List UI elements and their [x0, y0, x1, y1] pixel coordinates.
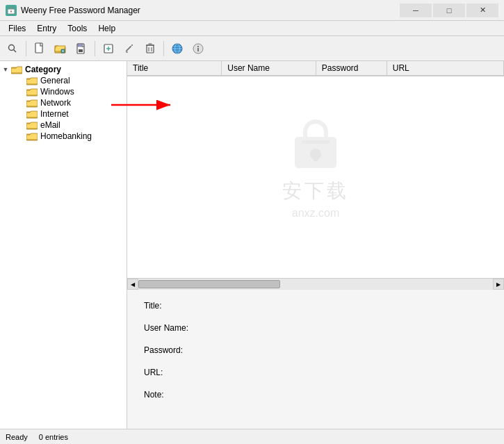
scroll-track[interactable] [138, 279, 493, 290]
title-bar-buttons: ─ □ ✕ [400, 3, 498, 17]
status-entries: 0 entries [39, 433, 68, 441]
search-button[interactable] [3, 39, 22, 58]
maximize-button[interactable]: □ [433, 3, 465, 17]
svg-rect-36 [295, 137, 336, 168]
detail-url-label: URL: [144, 368, 200, 377]
item-homebanking-label: Homebanking [40, 131, 92, 141]
globe-button[interactable] [168, 39, 187, 58]
spacer-3 [17, 99, 25, 107]
detail-note-label: Note: [144, 390, 200, 400]
detail-password-label: Password: [144, 345, 200, 355]
status-ready: Ready [6, 433, 28, 441]
save-button[interactable] [72, 39, 91, 58]
detail-username-label: User Name: [144, 323, 200, 333]
menu-entry[interactable]: Entry [31, 22, 62, 35]
status-bar: Ready 0 entries [0, 429, 504, 444]
info-button[interactable] [188, 39, 208, 58]
detail-row-title: Title: [144, 301, 487, 311]
menu-bar: Files Entry Tools Help [0, 21, 504, 36]
close-button[interactable]: ✕ [466, 3, 498, 17]
separator-1 [26, 41, 26, 56]
col-url[interactable]: URL [387, 61, 503, 76]
col-username[interactable]: User Name [222, 61, 316, 76]
sidebar-item-category[interactable]: ▼ Category [0, 64, 127, 75]
folder-icon-email [26, 120, 38, 130]
open-button[interactable] [51, 39, 70, 58]
expand-icon[interactable]: ▼ [1, 65, 10, 74]
detail-row-note: Note: [144, 390, 487, 400]
sidebar-item-email[interactable]: eMail [0, 120, 127, 131]
svg-rect-38 [314, 154, 318, 161]
item-windows-label: Windows [40, 87, 74, 97]
detail-title-label: Title: [144, 301, 200, 311]
spacer-5 [17, 121, 25, 129]
folder-icon-windows [26, 87, 38, 97]
svg-line-3 [14, 49, 17, 52]
scroll-right-button[interactable]: ▶ [493, 279, 504, 290]
folder-icon-homebanking [26, 131, 38, 141]
svg-point-25 [197, 46, 199, 47]
category-label: Category [25, 65, 61, 74]
svg-point-37 [310, 149, 321, 160]
col-title[interactable]: Title [127, 61, 222, 76]
scroll-thumb[interactable] [138, 280, 280, 288]
spacer-4 [17, 110, 25, 118]
scroll-left-button[interactable]: ◀ [127, 279, 138, 290]
data-table: Title User Name Password URL [127, 61, 504, 76]
folder-icon-network [26, 98, 38, 108]
window-title: Weeny Free Password Manager [21, 6, 400, 15]
minimize-button[interactable]: ─ [400, 3, 432, 17]
item-internet-label: Internet [40, 109, 69, 119]
svg-point-2 [9, 44, 15, 50]
watermark-cn: 安下载 [282, 178, 349, 204]
toolbar [0, 36, 504, 61]
item-general-label: General [40, 76, 70, 85]
new-file-button[interactable] [30, 39, 49, 58]
spacer-1 [17, 76, 25, 85]
folder-icon-internet [26, 109, 38, 119]
sidebar-item-general[interactable]: General [0, 75, 127, 86]
table-area[interactable]: Title User Name Password URL [127, 61, 504, 279]
sidebar: ▼ Category General [0, 61, 127, 429]
sidebar-item-internet[interactable]: Internet [0, 108, 127, 120]
folder-icon-general [26, 76, 38, 85]
svg-rect-10 [78, 44, 83, 47]
svg-rect-9 [79, 49, 83, 52]
spacer-6 [17, 132, 25, 140]
watermark-en: anxz.com [292, 207, 339, 220]
svg-point-1 [10, 10, 12, 12]
detail-row-url: URL: [144, 368, 487, 377]
detail-panel: Title: User Name: Password: URL: Note: [127, 290, 504, 429]
edit-button[interactable] [120, 39, 139, 58]
col-password[interactable]: Password [316, 61, 387, 76]
table-header-row: Title User Name Password URL [127, 61, 504, 76]
app-icon [6, 5, 17, 16]
sidebar-item-network[interactable]: Network [0, 97, 127, 108]
svg-rect-4 [35, 43, 42, 53]
delete-button[interactable] [140, 39, 160, 58]
item-email-label: eMail [40, 120, 60, 130]
svg-rect-15 [147, 45, 154, 53]
spacer-2 [17, 88, 25, 96]
right-panel: Title User Name Password URL [127, 61, 504, 429]
title-bar: Weeny Free Password Manager ─ □ ✕ [0, 0, 504, 21]
horizontal-scrollbar[interactable]: ◀ ▶ [127, 279, 504, 290]
sidebar-item-windows[interactable]: Windows [0, 86, 127, 97]
item-network-label: Network [40, 98, 71, 108]
detail-row-password: Password: [144, 345, 487, 355]
separator-3 [163, 41, 164, 56]
menu-files[interactable]: Files [3, 22, 31, 35]
menu-tools[interactable]: Tools [62, 22, 92, 35]
detail-row-username: User Name: [144, 323, 487, 333]
separator-2 [95, 41, 95, 56]
folder-icon-category [11, 65, 22, 74]
main-area: ▼ Category General [0, 61, 504, 429]
sidebar-item-homebanking[interactable]: Homebanking [0, 131, 127, 142]
watermark: 安下载 anxz.com [282, 120, 349, 220]
new-entry-button[interactable] [99, 39, 118, 58]
menu-help[interactable]: Help [92, 22, 121, 35]
